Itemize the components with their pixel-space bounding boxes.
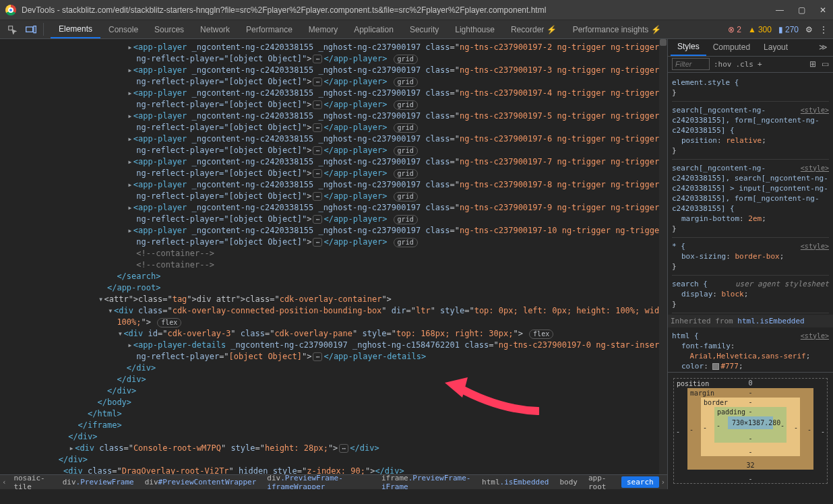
inspect-icon[interactable] [3, 20, 22, 38]
crumb-scroll-left[interactable]: ‹ [0, 478, 8, 486]
rule-selector[interactable]: search[_ngcontent-ng-c2420338155], form[… [672, 106, 820, 135]
crumb-scroll-right[interactable]: › [659, 478, 667, 486]
crumb-item[interactable]: div.PreviewFrame [57, 478, 140, 486]
tab-console[interactable]: Console [100, 20, 146, 38]
source-link[interactable]: <style> [801, 163, 829, 173]
inherit-link[interactable]: html.isEmbedded [737, 317, 804, 325]
svg-rect-1 [26, 27, 33, 32]
subtabs-more-icon[interactable]: ≫ [813, 39, 833, 56]
settings-icon[interactable]: ⚙ [805, 25, 813, 34]
info-count[interactable]: ▮270 [778, 25, 799, 34]
styles-filter-input[interactable] [672, 58, 710, 70]
window-title: DevTools - stackblitz.com/edit/stackblit… [22, 5, 546, 15]
crumb-item[interactable]: iframe.PreviewFrame-iFrame [376, 474, 476, 489]
window-titlebar: DevTools - stackblitz.com/edit/stackblit… [0, 0, 833, 20]
minimize-button[interactable]: — [775, 5, 784, 15]
style-rules[interactable]: element.style { } <style> search[_ngcont… [668, 73, 833, 372]
rule-selector[interactable]: * { [672, 242, 685, 251]
crumb-item[interactable]: nosaic-tile [8, 474, 57, 489]
crumb-item[interactable]: app-root [583, 474, 621, 489]
crumb-item[interactable]: div.PreviewFrame-iframeWrapper [261, 474, 376, 489]
scrollbar[interactable] [659, 39, 667, 474]
subtab-computed[interactable]: Computed [706, 39, 757, 56]
error-count[interactable]: ⊗2 [728, 25, 741, 34]
tab-recorder[interactable]: Recorder ⚡ [503, 20, 565, 38]
tab-lighthouse[interactable]: Lighthouse [447, 20, 503, 38]
elements-dom-panel[interactable]: ▸<app-player _ngcontent-ng-c2420338155 _… [0, 39, 667, 489]
tab-elements[interactable]: Elements [51, 20, 100, 38]
tab-perf-insights[interactable]: Performance insights ⚡ [565, 20, 669, 38]
add-rule-button[interactable]: + [758, 60, 762, 69]
styles-icon[interactable]: ▭ [822, 59, 829, 69]
styles-icon[interactable]: ⊞ [809, 59, 816, 69]
svg-rect-2 [34, 26, 36, 32]
subtab-layout[interactable]: Layout [757, 39, 795, 56]
source-link[interactable]: <style> [801, 105, 829, 115]
tab-performance[interactable]: Performance [238, 20, 301, 38]
subtab-styles[interactable]: Styles [671, 39, 706, 56]
tab-network[interactable]: Network [192, 20, 238, 38]
box-model-content: 730×1387.280 [728, 416, 773, 429]
tab-sources[interactable]: Sources [146, 20, 192, 38]
ua-label: user agent stylesheet [735, 279, 829, 289]
devtools-toolbar: Elements Console Sources Network Perform… [0, 20, 833, 39]
tab-security[interactable]: Security [402, 20, 447, 38]
rule-selector[interactable]: element.style { [672, 78, 739, 87]
tab-memory[interactable]: Memory [301, 20, 346, 38]
crumb-item[interactable]: div#PreviewContentWrapper [140, 478, 262, 486]
close-button[interactable]: ✕ [818, 5, 828, 15]
crumb-item[interactable]: html.isEmbedded [476, 478, 554, 486]
rule-selector[interactable]: html { [672, 332, 699, 340]
cls-button[interactable]: .cls [736, 60, 754, 69]
warning-count[interactable]: ▲300 [748, 25, 772, 34]
crumb-item-active[interactable]: search [621, 476, 659, 488]
styles-panel: Styles Computed Layout ≫ :hov .cls + ⊞ ▭… [667, 39, 833, 489]
hov-button[interactable]: :hov [714, 60, 732, 69]
box-model[interactable]: position 0 - - - margin - - 32 - border … [668, 372, 833, 489]
chrome-icon [5, 5, 16, 15]
breadcrumb[interactable]: ‹ nosaic-tile div.PreviewFrame div#Previ… [0, 474, 667, 489]
tab-application[interactable]: Application [346, 20, 402, 38]
source-link[interactable]: <style> [801, 241, 829, 251]
source-link[interactable]: <style> [801, 331, 829, 341]
crumb-item[interactable]: body [554, 478, 583, 486]
rule-selector[interactable]: search { [672, 280, 708, 288]
maximize-button[interactable]: ▢ [797, 5, 806, 15]
more-icon[interactable]: ⋮ [820, 25, 828, 34]
device-toggle-icon[interactable] [22, 20, 40, 38]
